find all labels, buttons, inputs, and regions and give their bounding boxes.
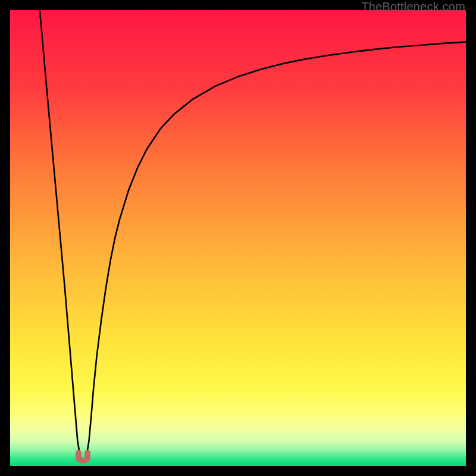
bottleneck-curve-plot [10, 10, 466, 466]
chart-frame [10, 10, 466, 466]
attribution-text: TheBottleneck.com [361, 0, 465, 14]
gradient-background [10, 10, 466, 466]
